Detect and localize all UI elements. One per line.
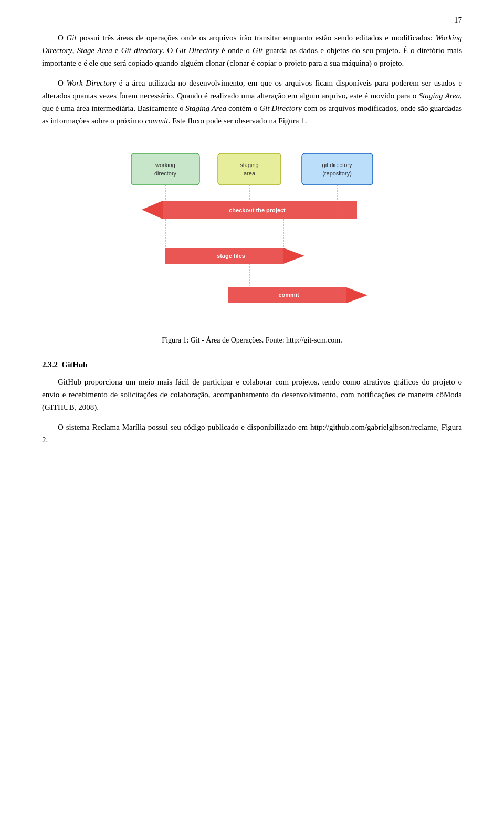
svg-marker-16 [346,287,368,303]
section-title: GitHub [62,360,88,369]
svg-text:commit: commit [278,292,299,298]
figure-1-container: working directory staging area git direc… [42,143,462,355]
section-paragraph-1: GitHub proporciona um meio mais fácil de… [42,376,462,413]
paragraph-2: O Work Directory é a área utilizada no d… [42,77,462,127]
svg-marker-13 [284,248,304,264]
svg-marker-10 [142,201,163,219]
svg-text:checkout the project: checkout the project [229,207,286,213]
svg-text:directory: directory [154,170,177,177]
svg-text:working: working [155,162,175,168]
git-diagram: working directory staging area git direc… [116,143,388,332]
section-paragraph-2: O sistema Reclama Marília possui seu cód… [42,421,462,446]
section-heading: 2.3.2 GitHub [42,360,462,369]
section-number: 2.3.2 [42,360,58,369]
figure-caption: Figura 1: Git - Área de Operações. Fonte… [162,336,342,345]
svg-text:stage files: stage files [217,253,245,259]
svg-text:area: area [244,170,256,177]
svg-rect-3 [218,153,281,185]
page-number: 17 [454,16,462,25]
svg-text:(repository): (repository) [322,170,352,177]
svg-rect-0 [131,153,200,185]
svg-text:staging: staging [240,162,258,168]
svg-text:git directory: git directory [322,162,352,168]
svg-rect-6 [302,153,373,185]
paragraph-1: O Git possui três áreas de operações ond… [42,32,462,69]
